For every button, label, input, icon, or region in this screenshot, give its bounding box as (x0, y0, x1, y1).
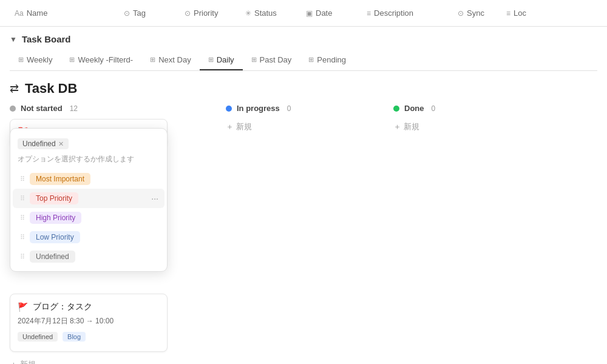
option-top-priority[interactable]: ⠿ Top Priority ··· (13, 189, 164, 208)
drag-handle-icon: ⠿ (20, 234, 25, 241)
column-headers: Aa Name ⊙ Tag ⊙ Priority ✳ Status ▣ Date… (0, 0, 607, 27)
dot-done (393, 106, 399, 112)
dot-not-started (10, 106, 16, 112)
header-tag[interactable]: ⊙ Tag (117, 8, 177, 18)
column-header-not-started: Not started 12 (10, 104, 168, 113)
badge-low-priority: Low Priority (30, 231, 80, 243)
tag-blog: Blog (63, 332, 86, 342)
loc-icon: ≡ (506, 9, 510, 18)
card-blog-date: 2024年7月12日 8:30 → 10:00 (18, 316, 160, 326)
name-icon: Aa (15, 9, 24, 18)
card-blog-task[interactable]: 🚩 ブログ：タスク 2024年7月12日 8:30 → 10:00 Undefi… (10, 294, 168, 352)
sync-icon: ⊙ (458, 9, 464, 18)
header-status[interactable]: ✳ Status (238, 8, 299, 18)
option-undefined[interactable]: ⠿ Undefined (13, 247, 164, 266)
badge-undefined: Undefined (30, 251, 75, 263)
badge-top-priority: Top Priority (30, 192, 78, 204)
drag-handle-icon: ⠿ (20, 253, 25, 261)
header-date[interactable]: ▣ Date (299, 8, 359, 18)
tabs-bar: ⊞ Weekly ⊞ Weekly -Filterd- ⊞ Next Day ⊞… (10, 50, 597, 71)
column-header-done: Done 0 (393, 104, 551, 113)
description-icon: ≡ (367, 9, 371, 18)
priority-dropdown: Undefined ✕ オプションを選択するか作成します ⠿ Most Impo… (10, 128, 168, 272)
date-icon: ▣ (306, 9, 313, 18)
tab-daily[interactable]: ⊞ Daily (200, 50, 243, 70)
board-columns: Not started 12 🚩 Brain Dump Undefined ✕ … (0, 104, 607, 364)
add-new-in-progress[interactable]: ＋ 新規 (226, 119, 384, 135)
selected-tag: Undefined ✕ (18, 138, 69, 149)
dropdown-hint: オプションを選択するか作成します (10, 154, 167, 169)
board-section: ▼ Task Board ⊞ Weekly ⊞ Weekly -Filterd-… (0, 27, 607, 71)
header-priority[interactable]: ⊙ Priority (177, 8, 238, 18)
tag-undefined: Undefined (18, 332, 58, 342)
option-high-priority[interactable]: ⠿ High Priority (13, 208, 164, 228)
taskdb-title: Task DB (25, 81, 77, 96)
header-sync[interactable]: ⊙ Sync (450, 8, 499, 18)
tag-close-button[interactable]: ✕ (58, 140, 64, 148)
section-arrow-icon: ▼ (10, 35, 17, 44)
section-title[interactable]: ▼ Task Board (10, 34, 597, 44)
taskdb-header: ⇄ Task DB (0, 71, 607, 104)
badge-high-priority: High Priority (30, 212, 81, 224)
header-name[interactable]: Aa Name (7, 8, 117, 18)
weekly-filtered-icon: ⊞ (69, 56, 75, 64)
tab-weekly-filtered[interactable]: ⊞ Weekly -Filterd- (61, 50, 141, 70)
column-header-in-progress: In progress 0 (226, 104, 384, 113)
column-not-started: Not started 12 🚩 Brain Dump Undefined ✕ … (10, 104, 168, 364)
add-new-done[interactable]: ＋ 新規 (393, 119, 551, 135)
tab-weekly[interactable]: ⊞ Weekly (10, 50, 61, 70)
card-blog-flag-icon: 🚩 (18, 302, 28, 312)
tab-past-day[interactable]: ⊞ Past Day (243, 50, 300, 70)
more-icon[interactable]: ··· (151, 194, 158, 203)
header-loc[interactable]: ≡ Loc (499, 8, 548, 18)
column-in-progress: In progress 0 ＋ 新規 (226, 104, 384, 364)
tab-pending[interactable]: ⊞ Pending (300, 50, 354, 70)
column-done: Done 0 ＋ 新規 (393, 104, 551, 364)
drag-handle-icon: ⠿ (20, 214, 25, 222)
tab-next-day[interactable]: ⊞ Next Day (141, 50, 199, 70)
taskdb-icon: ⇄ (10, 82, 19, 95)
dot-in-progress (226, 106, 232, 112)
tag-icon: ⊙ (124, 9, 130, 18)
add-new-not-started[interactable]: ＋ 新規 (10, 357, 168, 364)
dropdown-tag-row: Undefined ✕ (10, 136, 167, 154)
daily-icon: ⊞ (208, 56, 214, 64)
weekly-icon: ⊞ (18, 56, 24, 64)
past-day-icon: ⊞ (251, 56, 257, 64)
card-blog-title-row: 🚩 ブログ：タスク (18, 302, 160, 312)
option-most-important[interactable]: ⠿ Most Important (13, 169, 164, 189)
drag-handle-icon: ⠿ (20, 195, 25, 203)
badge-most-important: Most Important (30, 173, 90, 185)
option-low-priority[interactable]: ⠿ Low Priority (13, 228, 164, 247)
drag-handle-icon: ⠿ (20, 175, 25, 183)
pending-icon: ⊞ (308, 56, 314, 64)
status-icon: ✳ (245, 9, 251, 18)
next-day-icon: ⊞ (150, 56, 155, 64)
priority-icon: ⊙ (185, 9, 191, 18)
header-description[interactable]: ≡ Description (359, 8, 450, 18)
